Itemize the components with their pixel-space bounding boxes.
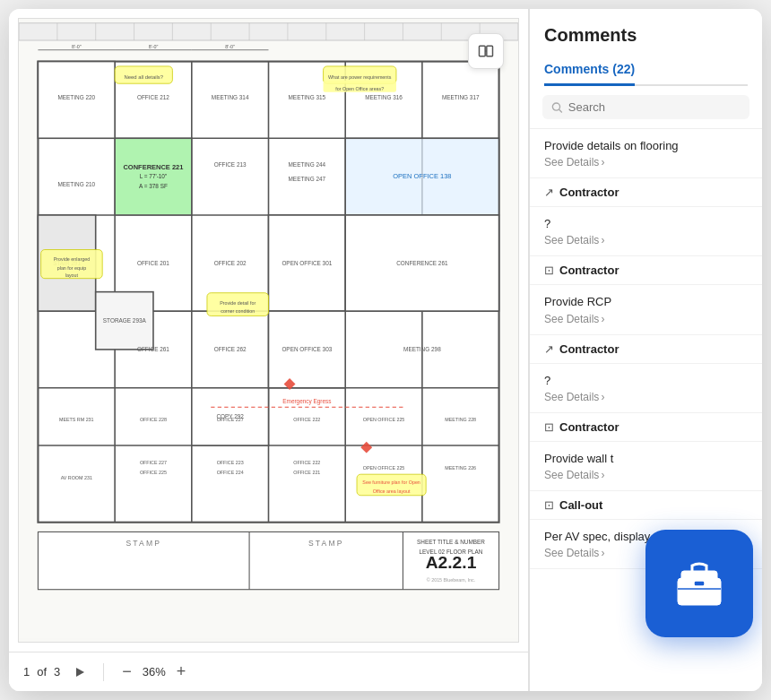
svg-rect-0 (480, 46, 486, 56)
search-input-wrap (542, 95, 749, 119)
comment-subject: ? (544, 216, 748, 232)
toolbox-button[interactable] (645, 530, 753, 637)
svg-text:See furniture plan for Open: See furniture plan for Open (362, 480, 420, 485)
svg-text:AV ROOM 231: AV ROOM 231 (61, 475, 92, 480)
svg-text:8'-0": 8'-0" (72, 44, 82, 49)
svg-text:Need all details?: Need all details? (125, 74, 164, 80)
contractor-row: ↗ Contractor (530, 335, 762, 364)
svg-text:OFFICE 227: OFFICE 227 (140, 460, 167, 465)
play-button[interactable] (71, 663, 89, 681)
contractor-label: Contractor (559, 186, 619, 199)
svg-text:MEETING 315: MEETING 315 (289, 94, 326, 100)
svg-text:MEETS RM 231: MEETS RM 231 (59, 417, 94, 422)
svg-rect-1 (487, 46, 493, 56)
toolbox-icon (671, 555, 728, 612)
svg-text:L = 77'-10": L = 77'-10" (140, 173, 168, 179)
svg-line-115 (559, 109, 562, 112)
bottom-bar: 1 of 3 − 36% + (9, 652, 528, 691)
compare-button[interactable] (468, 33, 504, 69)
contractor-row: ⊡ Contractor (530, 413, 762, 442)
svg-text:CONFERENCE 221: CONFERENCE 221 (123, 163, 183, 171)
svg-text:MEETING 226: MEETING 226 (445, 465, 476, 471)
tab-comments[interactable]: Comments (22) (544, 55, 635, 86)
comments-title: Comments (544, 25, 748, 46)
app-container: CONFERENCE 221 L = 77'-10" A = 378 SF OP… (9, 9, 762, 691)
search-bar (530, 86, 762, 129)
svg-text:MEETING 298: MEETING 298 (403, 346, 441, 352)
see-details-link[interactable]: See Details › (544, 391, 748, 403)
search-icon (551, 101, 563, 114)
see-details-link[interactable]: See Details › (544, 469, 748, 481)
zoom-out-button[interactable]: − (118, 662, 135, 681)
comments-header: Comments Comments (22) (530, 9, 762, 86)
svg-point-114 (552, 102, 559, 109)
svg-text:OPEN OFFICE 225: OPEN OFFICE 225 (363, 417, 405, 422)
svg-text:Emergency Egress: Emergency Egress (282, 398, 331, 405)
contractor-row: ⊡ Call-out (530, 491, 762, 520)
search-input[interactable] (568, 100, 741, 114)
image-icon: ⊡ (544, 264, 554, 277)
comment-item: Provide RCP See Details › (530, 285, 762, 334)
arrow-icon: ↗ (544, 186, 554, 199)
svg-text:OFFICE 261: OFFICE 261 (137, 346, 169, 352)
comment-subject: Provide wall t (544, 451, 748, 467)
svg-text:STAMP: STAMP (308, 540, 344, 549)
svg-text:OPEN OFFICE 301: OPEN OFFICE 301 (282, 260, 332, 266)
svg-text:OFFICE 228: OFFICE 228 (140, 417, 167, 422)
svg-text:MEETING 210: MEETING 210 (57, 181, 95, 187)
svg-text:OFFICE 225: OFFICE 225 (140, 470, 167, 475)
svg-text:8'-0": 8'-0" (225, 44, 235, 49)
svg-text:OFFICE 262: OFFICE 262 (214, 346, 247, 352)
svg-text:OPEN OFFICE 225: OPEN OFFICE 225 (363, 465, 405, 471)
svg-text:© 2015 Bluebeam, Inc.: © 2015 Bluebeam, Inc. (427, 577, 475, 583)
svg-rect-118 (694, 581, 705, 586)
svg-text:OFFICE 223: OFFICE 223 (217, 460, 244, 465)
svg-text:Office area layout: Office area layout (373, 488, 411, 494)
contractor-label: Contractor (559, 420, 619, 434)
see-details-link[interactable]: See Details › (544, 156, 748, 169)
svg-text:A2.2.1: A2.2.1 (426, 553, 477, 572)
floor-plan-panel: CONFERENCE 221 L = 77'-10" A = 378 SF OP… (9, 9, 529, 691)
arrow-icon: ↗ (544, 342, 554, 356)
svg-text:OFFICE 221: OFFICE 221 (293, 470, 320, 475)
contractor-label: Contractor (559, 342, 619, 356)
see-details-link[interactable]: See Details › (544, 234, 748, 246)
contractor-row: ↗ Contractor (530, 178, 762, 207)
comment-item: ? See Details › (530, 207, 762, 256)
svg-text:Provide enlarged: Provide enlarged (54, 256, 90, 262)
svg-text:A = 378 SF: A = 378 SF (139, 183, 168, 189)
callout-icon: ⊡ (544, 498, 554, 512)
divider (103, 663, 104, 681)
svg-text:Provide detail for: Provide detail for (220, 300, 256, 306)
callout-label: Call-out (559, 498, 602, 512)
svg-text:for Open Office areas?: for Open Office areas? (335, 86, 384, 91)
floor-plan-canvas: CONFERENCE 221 L = 77'-10" A = 378 SF OP… (18, 18, 519, 643)
svg-text:OFFICE 222: OFFICE 222 (293, 417, 320, 422)
comment-subject: Provide RCP (544, 294, 748, 310)
svg-text:STORAGE 293A: STORAGE 293A (103, 317, 147, 324)
floor-plan-svg: CONFERENCE 221 L = 77'-10" A = 378 SF OP… (19, 19, 518, 642)
contractor-label: Contractor (559, 264, 619, 277)
svg-text:OFFICE 222: OFFICE 222 (293, 460, 320, 465)
svg-text:OPEN OFFICE 138: OPEN OFFICE 138 (393, 172, 451, 180)
svg-text:OPEN OFFICE 303: OPEN OFFICE 303 (282, 346, 332, 352)
see-details-link[interactable]: See Details › (544, 313, 748, 325)
page-total: 3 (54, 665, 60, 678)
svg-text:MEETING 228: MEETING 228 (445, 417, 476, 422)
svg-text:8'-0": 8'-0" (149, 44, 159, 49)
svg-text:OFFICE 227: OFFICE 227 (217, 417, 244, 422)
svg-text:MEETING 316: MEETING 316 (365, 94, 403, 100)
svg-text:OFFICE 212: OFFICE 212 (137, 94, 169, 100)
zoom-level: 36% (143, 665, 166, 678)
svg-text:MEETING 247: MEETING 247 (289, 176, 326, 182)
page-separator: of (37, 665, 47, 678)
page-current: 1 (23, 665, 30, 678)
svg-text:STAMP: STAMP (126, 540, 161, 549)
zoom-in-button[interactable]: + (173, 662, 190, 681)
comment-subject: Provide details on flooring (544, 138, 748, 154)
svg-text:SHEET TITLE & NUMBER: SHEET TITLE & NUMBER (417, 539, 485, 545)
svg-text:OFFICE 202: OFFICE 202 (214, 260, 247, 266)
page-info: 1 of 3 (23, 665, 60, 678)
comment-item: Provide details on flooring See Details … (530, 129, 762, 178)
comment-item: Provide wall t See Details › (530, 442, 762, 491)
